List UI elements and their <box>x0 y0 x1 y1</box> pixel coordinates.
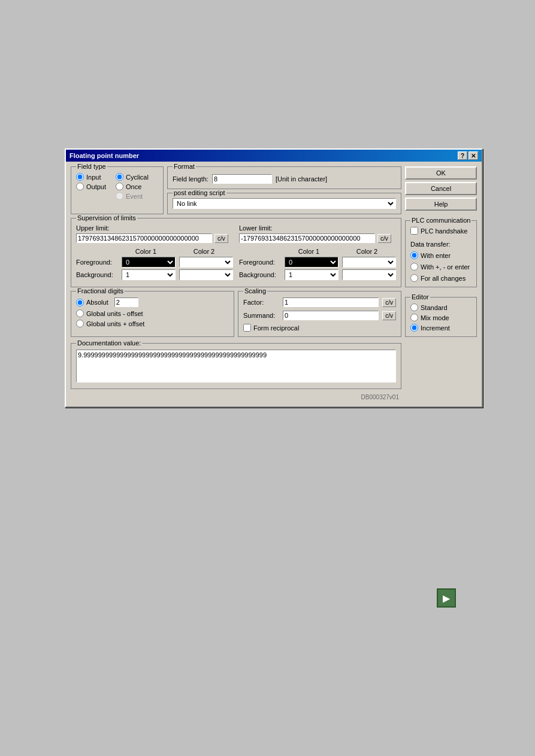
bottom-right-icon: ▶ <box>437 588 456 608</box>
icon-symbol: ▶ <box>443 593 450 604</box>
lower-fg-color2-select[interactable] <box>342 257 396 268</box>
upper-background-row: Background: 1 <box>76 269 233 280</box>
once-radio[interactable] <box>116 183 123 190</box>
cancel-button[interactable]: Cancel <box>405 182 477 195</box>
absolut-label: Absolut <box>86 299 108 306</box>
form-reciprocal-item[interactable]: Form reciprocal <box>243 324 396 332</box>
standard-radio-item[interactable]: Standard <box>410 303 471 311</box>
once-radio-item[interactable]: Once <box>116 183 149 190</box>
documentation-label: Documentation value: <box>76 339 142 347</box>
plc-label: PLC communication <box>410 217 471 224</box>
summand-input[interactable] <box>283 311 379 320</box>
input-radio-item[interactable]: Input <box>76 173 106 181</box>
floating-point-dialog: Floating point number ? ✕ Field type <box>65 148 483 408</box>
factor-label: Factor: <box>243 299 279 306</box>
lower-background-row: Background: 1 <box>239 269 396 280</box>
input-label: Input <box>86 174 101 181</box>
standard-radio[interactable] <box>410 303 418 311</box>
factor-input[interactable] <box>283 297 379 307</box>
plc-content: PLC handshake Data transfer: With enter … <box>410 223 471 282</box>
dialog-left: Field type Input Output <box>71 166 401 402</box>
post-editing-group: post editing script No link <box>167 193 401 214</box>
output-radio-item[interactable]: Output <box>76 183 106 190</box>
fractional-group: Fractional digits Absolut <box>71 291 234 337</box>
absolut-radio[interactable] <box>76 299 84 306</box>
lower-limit-col: Lower limit: c/v <box>239 224 396 243</box>
global-units-offset-item[interactable]: Global units - offset <box>76 309 229 317</box>
with-plus-minus-radio[interactable] <box>410 263 418 271</box>
factor-row: Factor: c/v <box>243 297 396 307</box>
for-all-changes-item[interactable]: For all changes <box>410 274 471 282</box>
mix-mode-radio-item[interactable]: Mix mode <box>410 314 471 321</box>
field-type-content: Input Output Cyclical <box>76 169 158 200</box>
input-radio[interactable] <box>76 173 84 181</box>
supervision-group: Supervision of limits Upper limit: c/v <box>71 218 401 287</box>
scaling-label: Scaling <box>243 287 267 294</box>
increment-radio-item[interactable]: Increment <box>410 324 471 332</box>
upper-fg-label: Foreground: <box>76 259 118 266</box>
mix-mode-label: Mix mode <box>421 314 449 321</box>
upper-limit-cv-button[interactable]: c/v <box>214 234 228 243</box>
for-all-changes-radio[interactable] <box>410 274 418 282</box>
documentation-textarea[interactable]: 9.99999999999999999999999999999999999999… <box>76 350 396 382</box>
help-button[interactable]: Help <box>405 198 477 211</box>
lower-bg-color1-select[interactable]: 1 <box>285 269 338 280</box>
lower-bg-color2-select[interactable] <box>342 269 396 280</box>
plc-handshake-item[interactable]: PLC handshake <box>410 227 471 235</box>
global-units-offset-label: Global units - offset <box>86 310 143 317</box>
upper-bg-color2-select[interactable] <box>179 269 233 280</box>
event-radio-item[interactable]: Event <box>116 192 149 200</box>
lower-bg-label: Background: <box>239 271 281 278</box>
dialog-titlebar: Floating point number ? ✕ <box>66 150 482 162</box>
upper-colors: Color 1 Color 2 Foreground: 0 <box>76 248 233 282</box>
upper-limit-label: Upper limit: <box>76 224 233 232</box>
scaling-content: Factor: c/v Summand: c/v <box>243 294 396 332</box>
cyclical-radio-item[interactable]: Cyclical <box>116 173 149 181</box>
plc-handshake-checkbox[interactable] <box>410 227 418 235</box>
summand-cv-button[interactable]: c/v <box>382 311 396 320</box>
with-plus-minus-label: With +, - or enter <box>421 263 470 271</box>
format-post-stack: Format Field length: [Unit in character]… <box>167 166 401 214</box>
format-group: Format Field length: [Unit in character] <box>167 166 401 189</box>
lower-limit-cv-button[interactable]: c/v <box>377 234 391 243</box>
field-length-label: Field length: <box>173 175 208 183</box>
factor-cv-button[interactable]: c/v <box>382 298 396 307</box>
upper-fg-color2-select[interactable] <box>179 257 233 268</box>
increment-radio[interactable] <box>410 324 418 332</box>
global-units-offset-radio[interactable] <box>76 309 84 317</box>
with-enter-item[interactable]: With enter <box>410 251 471 259</box>
cyclical-radio[interactable] <box>116 173 123 181</box>
field-length-input[interactable] <box>212 174 272 184</box>
with-plus-minus-item[interactable]: With +, - or enter <box>410 263 471 271</box>
with-enter-radio[interactable] <box>410 251 418 259</box>
dialog-body: Field type Input Output <box>66 162 482 406</box>
lower-color2-header: Color 2 <box>338 248 396 255</box>
lower-fg-color1-select[interactable]: 0 <box>285 257 338 268</box>
summand-label: Summand: <box>243 312 279 319</box>
ok-button[interactable]: OK <box>405 166 477 180</box>
upper-bg-label: Background: <box>76 271 118 278</box>
plc-group: PLC communication PLC handshake Data tra… <box>405 220 477 287</box>
upper-limit-col: Upper limit: c/v <box>76 224 233 243</box>
fractional-content: Absolut Global units - offset Global uni <box>76 294 229 327</box>
global-units-plus-radio[interactable] <box>76 320 84 327</box>
supervision-content: Upper limit: c/v Lower limit: <box>76 221 396 282</box>
upper-color-headers: Color 1 Color 2 <box>117 248 233 255</box>
standard-label: Standard <box>421 304 448 311</box>
upper-fg-color1-select[interactable]: 0 <box>122 257 176 268</box>
lower-limit-input[interactable] <box>239 233 375 243</box>
mix-mode-radio[interactable] <box>410 314 418 321</box>
close-button[interactable]: ✕ <box>468 151 478 160</box>
output-radio[interactable] <box>76 183 84 190</box>
absolut-radio-item[interactable]: Absolut <box>76 299 108 306</box>
event-label: Event <box>126 193 143 200</box>
upper-foreground-row: Foreground: 0 <box>76 257 233 268</box>
global-units-plus-offset-item[interactable]: Global units + offset <box>76 320 229 327</box>
upper-bg-color1-select[interactable]: 1 <box>122 269 176 280</box>
form-reciprocal-checkbox[interactable] <box>243 324 251 332</box>
editor-group: Editor Standard Mix mode Increment <box>405 297 477 337</box>
post-editing-select[interactable]: No link <box>173 198 396 209</box>
help-titlebar-button[interactable]: ? <box>458 151 467 160</box>
absolut-value-input[interactable] <box>114 297 138 307</box>
upper-limit-input[interactable] <box>76 233 212 243</box>
